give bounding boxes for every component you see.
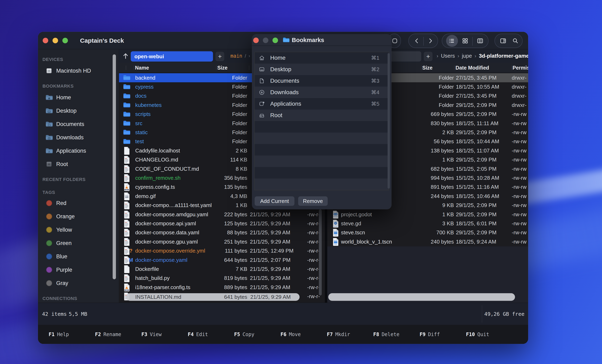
function-key-f10[interactable]: F10Quit [466, 325, 489, 344]
minimize-button-disabled [263, 38, 268, 43]
function-key-f4[interactable]: F4Edit [188, 325, 208, 344]
bookmark-item-documents[interactable]: Documents⌘3 [255, 75, 389, 86]
back-button[interactable] [413, 37, 420, 44]
file-perms: -rw-rw [512, 155, 527, 164]
vertical-scrollbar[interactable] [319, 209, 322, 295]
close-button[interactable] [253, 38, 259, 43]
bookmark-item-root[interactable]: Root [255, 110, 389, 121]
file-perms: drwxr- [512, 101, 527, 110]
vlc-icon: MPEG [123, 183, 130, 192]
file-size: 8 KB [182, 164, 247, 173]
file-row[interactable]: docker-compose.gpu.yaml251 bytes21/1/25,… [119, 237, 325, 246]
file-row[interactable]: MPEGi18next-parser.config.ts889 bytes21/… [119, 283, 325, 292]
file-row[interactable]: hatch_build.py819 bytes21/1/25, 9:29 AM-… [119, 274, 325, 283]
function-key-f1[interactable]: F1Help [49, 325, 69, 344]
stop-icon[interactable] [391, 37, 398, 44]
forward-button[interactable] [427, 37, 434, 44]
column-header-date[interactable]: Date Modified [455, 63, 489, 73]
file-size: Folder [389, 101, 454, 110]
file-row[interactable]: ?docker-compose.override.yml111 bytes21/… [119, 246, 325, 256]
breadcrumb-current[interactable]: 3d-platformer-game [479, 53, 528, 59]
horizontal-scrollbar[interactable] [328, 293, 515, 301]
file-row[interactable]: SCENEsteve.tscn700 KB29/1/25, 2:09 PM-rw… [327, 228, 528, 237]
sidebar-item-applications[interactable]: AApplications [45, 148, 86, 154]
grid-view-button[interactable] [462, 37, 469, 44]
add-current-button[interactable]: Add Current [255, 196, 294, 206]
file-name: docs [135, 92, 147, 101]
file-row[interactable]: PROJECTproject.godot1 KB29/1/25, 2:09 PM… [327, 210, 528, 219]
close-button[interactable] [43, 38, 48, 43]
horizontal-scrollbar[interactable]: INSTALLATION.md 641 bytes 21/1/25, 9:29 … [126, 293, 300, 301]
sidebar-item-downloads[interactable]: Downloads [45, 134, 84, 141]
column-view-button[interactable] [477, 37, 484, 44]
sidebar-item-blue[interactable]: Blue [45, 253, 67, 260]
file-date: 18/1/25, 11:11 AM [456, 119, 498, 128]
minimize-button[interactable] [53, 38, 58, 43]
file-row[interactable]: GDSCRIPTsteve.gd3 KB18/1/25, 6:01 PM-rw-… [327, 219, 528, 228]
page-lines-icon [123, 173, 130, 182]
zoom-button[interactable] [272, 38, 278, 43]
function-key-number: F10 [466, 332, 475, 337]
toolbar-group [408, 34, 438, 48]
sidebar-scrollbar[interactable] [113, 54, 116, 279]
function-key-f8[interactable]: F8Delete [373, 325, 399, 344]
column-header-size[interactable]: Size [422, 63, 432, 73]
up-directory-button[interactable] [121, 52, 130, 60]
sidebar-item-yellow[interactable]: Yellow [45, 227, 72, 233]
new-tab-button[interactable]: + [215, 52, 224, 61]
search-button[interactable] [512, 37, 519, 44]
sidebar-item-root[interactable]: Root [45, 161, 68, 167]
function-key-number: F5 [234, 332, 240, 337]
list-scrollbar[interactable] [387, 53, 390, 189]
bookmark-item-applications[interactable]: Applications⌘5 [255, 98, 389, 110]
breadcrumb-users[interactable]: Users [441, 53, 455, 59]
file-row[interactable]: docker-compose.api.yaml125 bytes21/1/25,… [119, 219, 325, 228]
function-key-f7[interactable]: F7Mkdir [327, 325, 350, 344]
function-key-f9[interactable]: F9Diff [419, 325, 440, 344]
list-view-button[interactable] [449, 37, 455, 44]
sidebar-item-green[interactable]: Green [45, 240, 72, 246]
file-size: 9 KB [389, 201, 454, 210]
bookmark-shortcut: ⌘5 [371, 98, 379, 110]
sidebar-item-macintosh-hd[interactable]: Macintosh HD [45, 68, 91, 74]
sidebar-item-red[interactable]: Red [45, 200, 66, 206]
breadcrumb: › Users › jupe › 3d-platformer-game [437, 49, 528, 63]
file-perms: -rw-r- [307, 237, 320, 246]
sidebar-item-gray[interactable]: Gray [45, 280, 68, 287]
column-header-size[interactable]: Size [217, 63, 227, 73]
column-header-name[interactable]: Name [135, 63, 149, 73]
file-perms: -rw-r- [307, 228, 320, 237]
function-key-f2[interactable]: F2Rename [95, 325, 121, 344]
file-row[interactable]: Dockerfile7 KB21/1/25, 9:29 AM-rw-r- [119, 265, 325, 274]
function-key-f6[interactable]: F6Move [280, 325, 301, 344]
new-tab-button[interactable]: + [424, 52, 432, 61]
bookmark-item-desktop[interactable]: Desktop⌘2 [255, 64, 389, 75]
function-key-f3[interactable]: F3View [141, 325, 162, 344]
remove-button[interactable]: Remove [298, 196, 328, 206]
git-branch[interactable]: main / › [230, 49, 250, 63]
sidebar-item-home[interactable]: Home [45, 94, 71, 101]
file-name: Caddyfile.localhost [135, 146, 180, 155]
breadcrumb-jupe[interactable]: jupe [462, 53, 472, 59]
file-row[interactable]: SCENEworld_block_v_1.tscn240 bytes18/1/2… [327, 237, 528, 246]
sidebar-item-desktop[interactable]: Desktop [45, 108, 76, 114]
path-field[interactable]: open-webui [131, 51, 213, 62]
sidebar-item-orange[interactable]: Orange [45, 214, 75, 220]
zoom-button[interactable] [62, 38, 68, 43]
status-bar: 42 items 5,5 MB 49,26 GB free [38, 303, 528, 325]
file-perms: drwxr- [512, 73, 527, 82]
file-row[interactable]: Mdocker-compose.yaml644 bytes21/1/25, 2:… [119, 256, 325, 265]
function-key-label: View [150, 332, 162, 337]
column-header-permissions[interactable]: Permis [513, 63, 528, 73]
bookmark-item-home[interactable]: Home⌘1 [255, 52, 389, 64]
bookmark-item-downloads[interactable]: Downloads⌘4 [255, 86, 389, 98]
sidebar-toggle-button[interactable] [500, 37, 506, 44]
sidebar-item-documents[interactable]: Documents [45, 121, 84, 128]
file-row[interactable]: docker-compose.amdgpu.yaml222 bytes21/1/… [119, 210, 325, 219]
function-key-f5[interactable]: F5Copy [234, 325, 254, 344]
tag-dot [46, 254, 52, 259]
sidebar-item-purple[interactable]: Purple [45, 267, 72, 273]
function-key-number: F8 [373, 332, 379, 337]
sidebar-item-label: Purple [56, 267, 72, 273]
file-row[interactable]: docker-compose.data.yaml88 bytes21/1/25,… [119, 228, 325, 237]
